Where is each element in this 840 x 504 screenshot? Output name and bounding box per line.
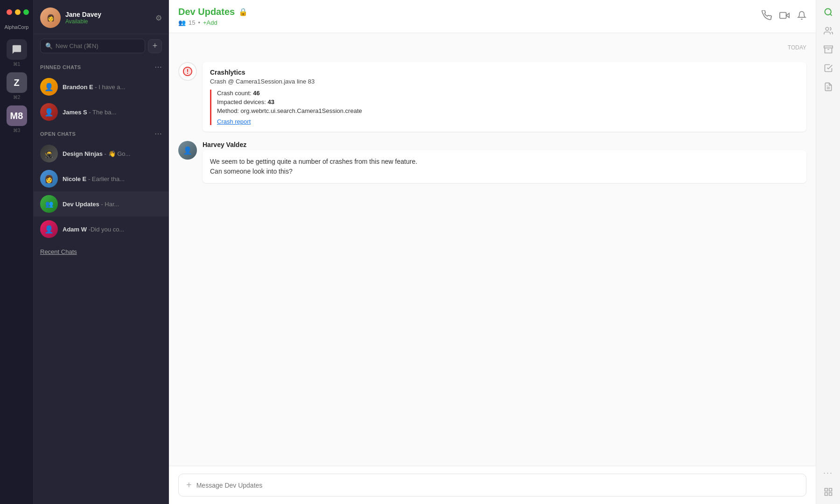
open-chats-more-icon[interactable]: ⋯ — [154, 129, 162, 138]
attachment-button[interactable]: + — [186, 480, 192, 490]
chat-title-area: Dev Updates 🔒 👥 15 • +Add — [178, 7, 248, 26]
pinned-chat-brandon[interactable]: 👤 Brandon E - I have a... — [34, 74, 168, 99]
james-info: James S - The ba... — [63, 109, 162, 116]
tasks-panel-button[interactable] — [824, 63, 833, 73]
app-badge: 8 — [18, 111, 23, 121]
people-icon: 👥 — [178, 19, 186, 26]
svg-point-3 — [825, 9, 831, 15]
open-chat-design-ninjas[interactable]: 🥷 Design Ninjas - 👋 Go... — [34, 141, 168, 166]
brandon-info: Brandon E - I have a... — [63, 84, 162, 91]
crash-subtitle: Crash @ Camera1Session.java line 83 — [210, 78, 799, 85]
right-panel: ··· — [816, 0, 840, 504]
search-input-wrap[interactable]: 🔍 — [40, 39, 145, 53]
svg-rect-10 — [829, 489, 832, 491]
pinned-chats-more-icon[interactable]: ⋯ — [154, 63, 162, 71]
open-chats-header: OPEN CHATS ⋯ — [34, 125, 168, 141]
dock-icon-chat[interactable] — [7, 39, 27, 60]
design-ninjas-name: Design Ninjas — [63, 150, 103, 157]
crashlytics-title: Crashlytics — [210, 69, 799, 76]
nicole-info: Nicole E - Earlier tha... — [63, 175, 162, 182]
impacted-value: 43 — [267, 98, 274, 105]
settings-icon[interactable]: ⚙ — [155, 14, 162, 22]
nicole-name: Nicole E — [63, 175, 86, 182]
open-chat-adam[interactable]: 👤 Adam W -Did you co... — [34, 217, 168, 242]
crashlytics-avatar — [178, 62, 197, 81]
search-input[interactable] — [56, 42, 140, 49]
docs-panel-button[interactable] — [824, 82, 833, 91]
new-chat-button[interactable]: + — [148, 39, 162, 53]
dock: AlphaCorp ⌘1 Z ⌘2 M 8 ⌘3 — [0, 0, 34, 504]
add-members-link[interactable]: +Add — [203, 19, 217, 26]
james-avatar: 👤 — [40, 103, 58, 121]
open-chat-dev-updates[interactable]: 👥 Dev Updates - Har... — [34, 191, 168, 217]
adam-info: Adam W -Did you co... — [63, 226, 162, 233]
pinned-chat-james[interactable]: 👤 James S - The ba... — [34, 99, 168, 125]
user-avatar: 👩 — [40, 7, 61, 28]
crashlytics-content: Crashlytics Crash @ Camera1Session.java … — [203, 62, 806, 132]
dev-updates-preview: - Har... — [101, 201, 119, 208]
harvey-avatar: 👤 — [178, 141, 197, 160]
chat-title-row: Dev Updates 🔒 — [178, 7, 248, 17]
member-count: 15 — [189, 19, 195, 26]
chat-title: Dev Updates — [178, 7, 235, 17]
traffic-light-red[interactable] — [7, 9, 12, 15]
harvey-bubble: We seem to be getting quite a number of … — [203, 150, 806, 183]
dev-updates-info: Dev Updates - Har... — [63, 201, 162, 208]
search-icon: 🔍 — [45, 42, 53, 49]
dock-shortcut-2: ⌘2 — [13, 95, 21, 100]
dock-shortcut-1: ⌘1 — [13, 62, 21, 67]
message-input[interactable] — [196, 482, 798, 489]
team-panel-button[interactable] — [824, 26, 833, 35]
design-ninjas-avatar: 🥷 — [40, 145, 58, 162]
open-chats-label: OPEN CHATS — [40, 131, 76, 137]
james-preview: - The ba... — [89, 109, 116, 116]
dock-icon-z[interactable]: Z — [7, 72, 27, 93]
dock-group-chat: ⌘1 — [7, 39, 27, 67]
nicole-preview: - Earlier tha... — [88, 175, 125, 182]
grid-view-button[interactable] — [824, 487, 833, 497]
user-info: Jane Davey Available — [65, 11, 151, 25]
chat-header: Dev Updates 🔒 👥 15 • +Add — [169, 0, 816, 33]
message-input-area: + — [169, 466, 816, 504]
james-name: James S — [63, 109, 87, 116]
dock-group-z: Z ⌘2 — [7, 72, 27, 100]
crash-report-link[interactable]: Crash report — [217, 118, 799, 125]
brandon-preview: - I have a... — [95, 84, 125, 91]
design-ninjas-preview: - 👋 Go... — [105, 150, 131, 157]
dock-group-m: M 8 ⌘3 — [7, 105, 27, 133]
traffic-light-green[interactable] — [23, 9, 29, 15]
svg-rect-5 — [824, 46, 832, 48]
dock-icon-m[interactable]: M 8 — [7, 105, 27, 126]
lock-icon: 🔒 — [238, 7, 248, 16]
dev-updates-avatar: 👥 — [40, 195, 58, 213]
search-panel-button[interactable] — [824, 7, 833, 17]
user-status: Available — [65, 18, 151, 25]
chat-meta: 👥 15 • +Add — [178, 19, 248, 26]
video-call-button[interactable] — [779, 10, 790, 23]
sidebar-user-header: 👩 Jane Davey Available ⚙ — [34, 0, 168, 34]
traffic-lights — [0, 9, 29, 15]
main-chat-area: Dev Updates 🔒 👥 15 • +Add TODAY — [169, 0, 816, 504]
voice-call-button[interactable] — [762, 10, 772, 23]
crash-count-line: Crash count: 46 — [217, 90, 799, 97]
adam-name: Adam W — [63, 226, 87, 233]
message-harvey: 👤 Harvey Valdez We seem to be getting qu… — [178, 141, 806, 183]
svg-rect-12 — [829, 493, 832, 496]
header-actions — [762, 10, 806, 23]
svg-rect-1 — [780, 12, 786, 18]
recent-chats-link[interactable]: Recent Chats — [34, 242, 168, 262]
search-bar: 🔍 + — [40, 39, 162, 53]
open-chat-nicole[interactable]: 👩 Nicole E - Earlier tha... — [34, 166, 168, 191]
nicole-avatar: 👩 — [40, 170, 58, 188]
more-options-button[interactable]: ··· — [823, 468, 833, 478]
svg-rect-9 — [825, 489, 827, 491]
date-divider: TODAY — [178, 42, 806, 53]
message-input-wrap: + — [178, 474, 806, 497]
archive-panel-button[interactable] — [824, 45, 833, 54]
traffic-light-yellow[interactable] — [15, 9, 21, 15]
notifications-button[interactable] — [797, 11, 806, 22]
crash-details: Crash count: 46 Impacted devices: 43 Met… — [210, 90, 799, 125]
svg-rect-11 — [825, 493, 827, 496]
adam-avatar: 👤 — [40, 220, 58, 238]
app-name: AlphaCorp — [3, 24, 31, 30]
